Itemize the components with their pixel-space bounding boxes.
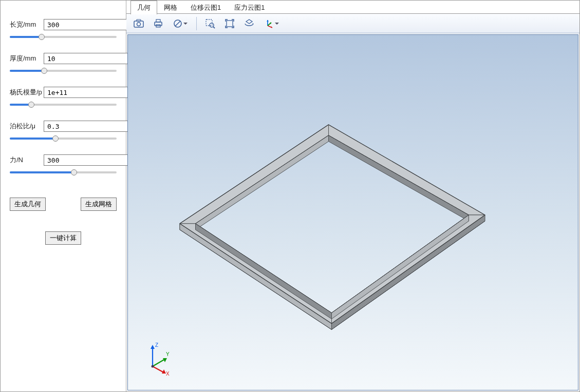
- svg-marker-25: [196, 224, 332, 319]
- svg-marker-22: [196, 135, 329, 230]
- svg-text:Y: Y: [166, 351, 170, 357]
- thickness-label: 厚度/mm: [10, 54, 42, 63]
- thickness-input[interactable]: [44, 53, 138, 64]
- svg-point-9: [210, 23, 214, 27]
- poisson-ratio-label: 泊松比/μ: [10, 122, 42, 131]
- svg-point-35: [152, 365, 154, 368]
- length-width-label: 长宽/mm: [10, 20, 42, 29]
- compute-button[interactable]: 一键计算: [45, 231, 81, 245]
- parameter-panel: 长宽/mm 厚度/mm 杨氏模量/po: [1, 1, 126, 391]
- zoom-select-icon[interactable]: [202, 16, 218, 31]
- param-force: 力/N: [10, 154, 117, 176]
- generate-mesh-button[interactable]: 生成网格: [81, 198, 117, 211]
- svg-rect-3: [155, 22, 162, 26]
- youngs-modulus-slider[interactable]: [10, 101, 117, 108]
- length-width-slider[interactable]: [10, 33, 117, 41]
- toolbar-separator: [196, 17, 197, 30]
- axes-orientation-dropdown[interactable]: [260, 16, 282, 31]
- result-tabstrip: 几何 网格 位移云图1 应力云图1: [126, 1, 579, 14]
- orientation-triad: Z Y X: [142, 340, 178, 376]
- print-icon[interactable]: [150, 16, 166, 31]
- rotate3d-icon[interactable]: [241, 16, 257, 31]
- geometry-render: .face-top { fill:#c7cbcf; stroke:#4c5053…: [128, 35, 578, 390]
- poisson-ratio-input[interactable]: [44, 121, 138, 132]
- youngs-modulus-input[interactable]: [44, 87, 138, 98]
- svg-marker-16: [180, 224, 332, 330]
- svg-rect-8: [206, 19, 212, 26]
- right-panel: 几何 网格 位移云图1 应力云图1: [126, 1, 579, 391]
- tab-mesh[interactable]: 网格: [157, 1, 184, 14]
- svg-text:Z: Z: [155, 342, 158, 348]
- svg-marker-24: [331, 215, 469, 319]
- param-thickness: 厚度/mm: [10, 53, 117, 74]
- tab-displacement-contour[interactable]: 位移云图1: [184, 1, 228, 14]
- svg-line-10: [213, 27, 215, 28]
- svg-point-1: [137, 22, 141, 26]
- thickness-slider[interactable]: [10, 67, 117, 74]
- youngs-modulus-label: 杨氏模量/po: [10, 88, 42, 97]
- tab-geometry[interactable]: 几何: [130, 1, 157, 14]
- fit-screen-icon[interactable]: [221, 16, 238, 31]
- svg-line-32: [153, 366, 164, 373]
- poisson-ratio-slider[interactable]: [10, 135, 117, 142]
- param-youngs-modulus: 杨氏模量/po: [10, 87, 117, 108]
- tab-stress-contour[interactable]: 应力云图1: [228, 1, 271, 14]
- length-width-input[interactable]: [44, 19, 138, 30]
- force-input[interactable]: [44, 154, 138, 166]
- svg-text:X: X: [166, 371, 170, 376]
- 3d-viewport[interactable]: .face-top { fill:#c7cbcf; stroke:#4c5053…: [127, 34, 578, 390]
- svg-marker-23: [329, 135, 469, 221]
- svg-marker-27: [151, 345, 155, 349]
- force-slider[interactable]: [10, 169, 117, 176]
- svg-rect-11: [227, 21, 233, 27]
- svg-line-29: [153, 359, 165, 366]
- svg-marker-17: [331, 215, 485, 329]
- svg-rect-2: [137, 19, 141, 21]
- noentry-dropdown[interactable]: [170, 16, 191, 31]
- chevron-down-icon: [183, 23, 188, 25]
- param-poisson-ratio: 泊松比/μ: [10, 121, 117, 142]
- force-label: 力/N: [10, 155, 42, 165]
- param-length-width: 长宽/mm: [10, 19, 117, 41]
- viewport-toolbar: [126, 14, 579, 33]
- svg-line-7: [175, 21, 180, 26]
- camera-icon[interactable]: [130, 16, 147, 31]
- generate-geometry-button[interactable]: 生成几何: [10, 198, 46, 211]
- chevron-down-icon: [275, 23, 279, 25]
